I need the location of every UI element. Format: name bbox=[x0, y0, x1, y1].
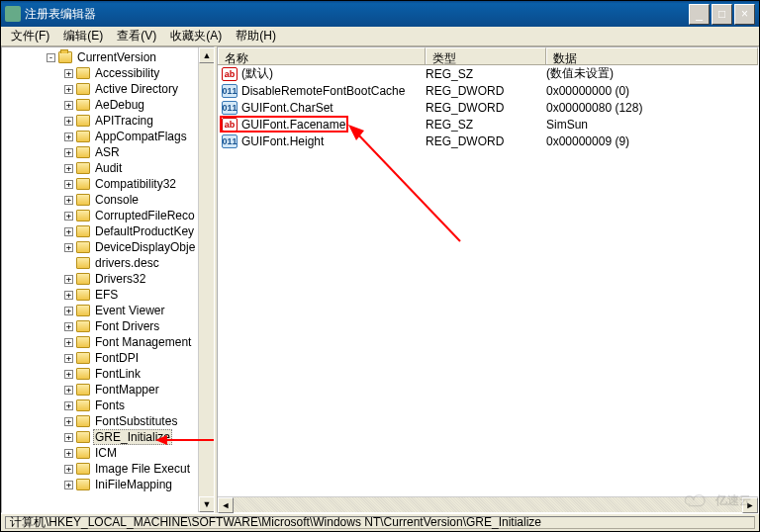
collapse-icon[interactable]: - bbox=[47, 53, 55, 62]
expand-icon[interactable]: + bbox=[64, 322, 73, 331]
tree-node[interactable]: +AppCompatFlags bbox=[4, 129, 214, 144]
tree-label: Compatibility32 bbox=[93, 177, 178, 191]
scroll-up-button[interactable]: ▲ bbox=[199, 47, 215, 63]
expand-icon[interactable]: + bbox=[64, 133, 73, 141]
list-row[interactable]: 011DisableRemoteFontBootCacheREG_DWORD0x… bbox=[218, 82, 758, 99]
list-scrollbar-horizontal[interactable]: ◄ ► bbox=[218, 496, 758, 512]
tree-node[interactable]: +DeviceDisplayObje bbox=[4, 239, 214, 255]
expand-icon[interactable]: + bbox=[64, 433, 73, 442]
expand-icon[interactable]: + bbox=[64, 164, 73, 173]
expand-icon[interactable]: + bbox=[64, 449, 73, 458]
menu-file[interactable]: 文件(F) bbox=[5, 26, 55, 46]
folder-icon bbox=[76, 162, 90, 174]
expand-icon[interactable]: + bbox=[64, 354, 73, 363]
scroll-track[interactable] bbox=[234, 497, 742, 512]
tree-node[interactable]: +Compatibility32 bbox=[4, 176, 214, 192]
expand-icon[interactable]: + bbox=[64, 386, 73, 395]
menubar: 文件(F) 编辑(E) 查看(V) 收藏夹(A) 帮助(H) bbox=[1, 27, 759, 46]
statusbar: 计算机\HKEY_LOCAL_MACHINE\SOFTWARE\Microsof… bbox=[1, 513, 759, 531]
key-tree[interactable]: -CurrentVersion+Accessibility+Active Dir… bbox=[2, 47, 214, 494]
scroll-down-button[interactable]: ▼ bbox=[199, 496, 215, 512]
value-list-pane: 名称 类型 数据 ab(默认)REG_SZ(数值未设置)011DisableRe… bbox=[217, 46, 759, 513]
tree-node[interactable]: +FontMapper bbox=[4, 382, 214, 398]
tree-node[interactable]: +ICM bbox=[4, 445, 214, 461]
tree-label: FontMapper bbox=[93, 383, 161, 397]
list-row[interactable]: 011GUIFont.HeightREG_DWORD0x00000009 (9) bbox=[218, 133, 758, 149]
tree-node[interactable]: +Accessibility bbox=[4, 65, 214, 81]
tree-node[interactable]: +DefaultProductKey bbox=[4, 223, 214, 239]
list-body[interactable]: ab(默认)REG_SZ(数值未设置)011DisableRemoteFontB… bbox=[218, 65, 758, 496]
expand-icon[interactable]: + bbox=[64, 148, 73, 157]
expand-icon[interactable]: + bbox=[64, 85, 73, 94]
tree-scrollbar[interactable]: ▲ ▼ bbox=[198, 47, 214, 512]
tree-node[interactable]: +Font Drivers bbox=[4, 318, 214, 334]
col-header-data[interactable]: 数据 bbox=[546, 47, 758, 64]
tree-label: GRE_Initialize bbox=[93, 429, 172, 445]
tree-label: AppCompatFlags bbox=[93, 130, 189, 143]
list-row[interactable]: ab(默认)REG_SZ(数值未设置) bbox=[218, 65, 758, 82]
tree-node[interactable]: +FontDPI bbox=[4, 350, 214, 366]
value-type: REG_SZ bbox=[426, 118, 546, 132]
minimize-button[interactable]: _ bbox=[689, 4, 710, 25]
menu-favorites[interactable]: 收藏夹(A) bbox=[164, 26, 228, 46]
expand-icon[interactable]: + bbox=[64, 417, 73, 426]
tree-node[interactable]: +ASR bbox=[4, 144, 214, 160]
tree-node[interactable]: +GRE_Initialize bbox=[4, 429, 214, 445]
tree-node[interactable]: +APITracing bbox=[4, 113, 214, 129]
expand-icon[interactable]: + bbox=[64, 307, 73, 315]
tree-node[interactable]: +Font Management bbox=[4, 334, 214, 350]
tree-node[interactable]: +AeDebug bbox=[4, 97, 214, 113]
scroll-left-button[interactable]: ◄ bbox=[218, 497, 234, 513]
expand-icon[interactable]: + bbox=[64, 117, 73, 126]
col-header-name[interactable]: 名称 bbox=[218, 47, 426, 64]
tree-node[interactable]: +FontLink bbox=[4, 366, 214, 382]
tree-node[interactable]: +IniFileMapping bbox=[4, 477, 214, 492]
tree-label: FontSubstitutes bbox=[93, 414, 179, 428]
titlebar[interactable]: 注册表编辑器 _ □ × bbox=[1, 1, 759, 27]
tree-root-node[interactable]: -CurrentVersion bbox=[4, 49, 214, 65]
expand-icon[interactable]: + bbox=[64, 243, 73, 252]
expand-icon[interactable]: + bbox=[64, 465, 73, 474]
expand-icon[interactable]: + bbox=[64, 370, 73, 379]
tree-node[interactable]: +Event Viewer bbox=[4, 303, 214, 318]
tree-node[interactable]: +Drivers32 bbox=[4, 271, 214, 287]
close-button[interactable]: × bbox=[734, 4, 755, 25]
tree-node[interactable]: +Console bbox=[4, 192, 214, 208]
menu-help[interactable]: 帮助(H) bbox=[230, 26, 282, 46]
menu-view[interactable]: 查看(V) bbox=[111, 26, 162, 46]
tree-node[interactable]: +Fonts bbox=[4, 398, 214, 413]
list-row[interactable]: 011GUIFont.CharSetREG_DWORD0x00000080 (1… bbox=[218, 99, 758, 116]
tree-node[interactable]: +Audit bbox=[4, 160, 214, 176]
value-type: REG_DWORD bbox=[426, 134, 546, 148]
tree-label: APITracing bbox=[93, 114, 155, 128]
col-header-type[interactable]: 类型 bbox=[426, 47, 546, 64]
expand-icon[interactable]: + bbox=[64, 196, 73, 205]
folder-icon bbox=[76, 305, 90, 316]
value-data: (数值未设置) bbox=[546, 65, 758, 82]
expand-icon[interactable]: + bbox=[64, 481, 73, 489]
expand-icon[interactable]: + bbox=[64, 275, 73, 284]
folder-icon bbox=[76, 210, 90, 222]
menu-edit[interactable]: 编辑(E) bbox=[57, 26, 109, 46]
tree-node[interactable]: +Active Directory bbox=[4, 81, 214, 97]
expand-icon[interactable]: + bbox=[64, 180, 73, 189]
expand-icon[interactable]: + bbox=[64, 291, 73, 300]
expand-icon[interactable]: + bbox=[64, 212, 73, 221]
value-name: DisableRemoteFontBootCache bbox=[241, 84, 405, 98]
expand-icon[interactable]: + bbox=[64, 101, 73, 110]
expand-icon[interactable]: + bbox=[64, 338, 73, 347]
folder-icon bbox=[76, 83, 90, 95]
expand-icon[interactable]: + bbox=[64, 69, 73, 78]
maximize-button[interactable]: □ bbox=[712, 4, 732, 25]
tree-label: EFS bbox=[93, 288, 120, 302]
expand-icon[interactable]: + bbox=[64, 401, 73, 410]
tree-node[interactable]: +Image File Execut bbox=[4, 461, 214, 477]
tree-node[interactable]: +EFS bbox=[4, 287, 214, 303]
expand-icon[interactable]: + bbox=[64, 227, 73, 236]
folder-icon bbox=[76, 415, 90, 427]
registry-editor-window: 注册表编辑器 _ □ × 文件(F) 编辑(E) 查看(V) 收藏夹(A) 帮助… bbox=[0, 0, 760, 532]
list-row[interactable]: abGUIFont.FacenameREG_SZSimSun bbox=[218, 116, 758, 133]
tree-node[interactable]: drivers.desc bbox=[4, 255, 214, 271]
tree-node[interactable]: +CorruptedFileReco bbox=[4, 208, 214, 223]
tree-node[interactable]: +FontSubstitutes bbox=[4, 413, 214, 429]
